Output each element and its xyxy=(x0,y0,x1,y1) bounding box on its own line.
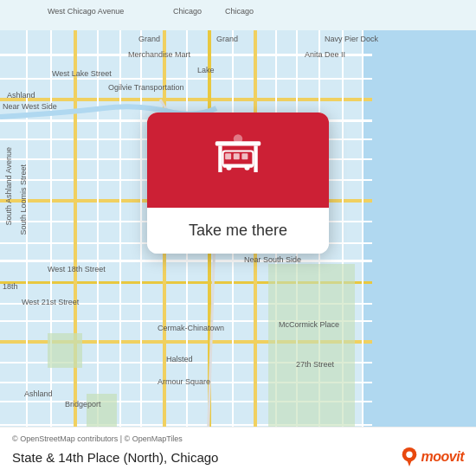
svg-rect-38 xyxy=(48,333,82,368)
card-icon-area xyxy=(147,113,329,208)
moovit-pin-icon xyxy=(401,447,418,467)
svg-rect-43 xyxy=(218,145,222,172)
svg-point-46 xyxy=(234,134,243,144)
svg-point-51 xyxy=(226,165,231,170)
svg-rect-44 xyxy=(254,145,257,172)
svg-rect-37 xyxy=(268,264,355,437)
attribution-text: © OpenStreetMap contributors | © OpenMap… xyxy=(12,434,464,443)
moovit-brand-text: moovit xyxy=(421,449,464,465)
card-overlay: Take me there xyxy=(147,113,329,254)
svg-rect-26 xyxy=(140,30,142,446)
location-name: State & 14th Place (North), Chicago xyxy=(12,450,218,465)
svg-point-54 xyxy=(406,452,412,458)
svg-rect-39 xyxy=(87,394,117,428)
svg-rect-48 xyxy=(225,153,231,159)
svg-point-52 xyxy=(244,165,249,170)
svg-rect-50 xyxy=(241,153,248,159)
svg-rect-36 xyxy=(362,30,363,446)
bus-stop-icon xyxy=(208,130,268,190)
svg-rect-21 xyxy=(26,30,28,446)
svg-rect-49 xyxy=(234,153,240,159)
svg-rect-1 xyxy=(363,30,476,446)
map-container: West Chicago Avenue Chicago Chicago Gran… xyxy=(0,0,476,476)
moovit-logo: moovit xyxy=(401,447,464,467)
svg-rect-23 xyxy=(74,30,77,446)
svg-rect-25 xyxy=(119,30,121,446)
bottom-bar: © OpenStreetMap contributors | © OpenMap… xyxy=(0,427,476,476)
svg-marker-55 xyxy=(407,460,412,466)
svg-rect-22 xyxy=(50,30,52,446)
svg-rect-24 xyxy=(97,30,99,446)
take-me-there-button[interactable]: Take me there xyxy=(147,208,329,254)
